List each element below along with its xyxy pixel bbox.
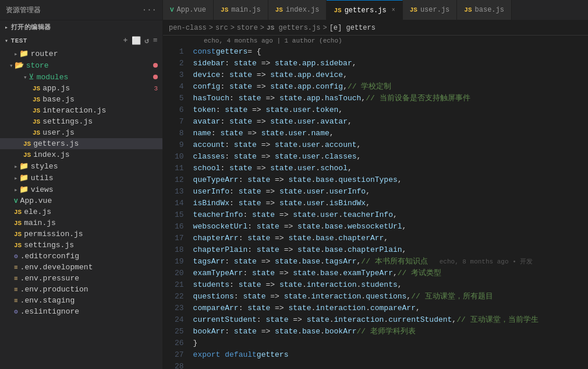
tab-main-js[interactable]: JSmain.js: [214, 0, 268, 20]
tab-label: App.vue: [177, 6, 206, 14]
sidebar-item--env-pressure[interactable]: ≡.env.pressure: [0, 273, 162, 284]
vue-icon: V: [14, 198, 18, 205]
code-line: }: [193, 338, 588, 349]
tab-getters-js[interactable]: JSgetters.js×: [327, 0, 402, 20]
item-label: settings.js: [24, 241, 74, 249]
code-container[interactable]: 1234567891011121314151617181920212223242…: [163, 46, 588, 369]
tab-app-vue[interactable]: VApp.vue: [163, 0, 214, 20]
explorer-actions: ···: [142, 5, 157, 15]
sidebar-item-main-js[interactable]: JSmain.js: [0, 217, 162, 229]
js-icon: JS: [14, 242, 22, 249]
js-icon: JS: [33, 118, 40, 125]
js-icon: JS: [14, 220, 22, 227]
sidebar-item-base-js[interactable]: JSbase.js: [0, 94, 162, 105]
test-section-label: TEST: [11, 37, 27, 44]
chevron-down-icon: ▾: [23, 73, 27, 81]
code-line: websocketUrl: state => state.base.websoc…: [193, 221, 588, 233]
sidebar-item--env-production[interactable]: ≡.env.production: [0, 284, 162, 295]
env-icon: ≡: [14, 286, 18, 293]
sidebar-item-ele-js[interactable]: JSele.js: [0, 206, 162, 217]
line-number: 2: [175, 58, 184, 69]
code-line: account: state => state.user.account,: [193, 139, 588, 151]
code-line: classes: state => state.user.classes,: [193, 151, 588, 163]
sidebar-item-interaction-js[interactable]: JSinteraction.js: [0, 105, 162, 116]
js-icon: JS: [23, 140, 31, 147]
chevron-right-icon: ▸: [14, 50, 18, 58]
item-label: styles: [31, 162, 58, 171]
breadcrumb-part: JS getters.js: [267, 24, 320, 32]
code-line: chapterPlain: state => state.base.chapte…: [193, 244, 588, 256]
sidebar-item-settings-js[interactable]: JSsettings.js: [0, 240, 162, 251]
sidebar-item-permission-js[interactable]: JSpermission.js: [0, 229, 162, 240]
sidebar-header: 资源管理器 ···: [0, 0, 163, 20]
code-line: students: state => state.interaction.stu…: [193, 279, 588, 291]
sidebar-item--env-development[interactable]: ≡.env.development: [0, 262, 162, 273]
sidebar-item-index-js[interactable]: JSindex.js: [0, 149, 162, 160]
folder-icon: 📁: [19, 185, 29, 194]
item-label: base.js: [42, 95, 75, 104]
item-label: index.js: [33, 150, 69, 159]
tab-label: main.js: [231, 6, 260, 14]
top-bar: 资源管理器 ··· VApp.vueJSmain.jsJSindex.jsJSg…: [0, 0, 588, 20]
line-number: 10: [175, 151, 184, 163]
tab-close-icon[interactable]: ×: [392, 7, 395, 13]
tab-base-js[interactable]: JSbase.js: [457, 0, 512, 20]
sidebar-item-settings-js[interactable]: JSsettings.js: [0, 116, 162, 127]
file-tree: ▸📁router▾📂store▾⊻modulesJSapp.js3JSbase.…: [0, 48, 162, 317]
refresh-icon[interactable]: ↺: [144, 36, 149, 45]
line-number: 4: [175, 81, 184, 93]
item-label: .editorconfig: [20, 252, 79, 261]
sidebar-item-user-js[interactable]: JSuser.js: [0, 127, 162, 138]
new-file-icon[interactable]: +: [123, 36, 128, 45]
line-number: 23: [175, 303, 184, 314]
line-number: 13: [175, 186, 184, 198]
code-line: export default getters: [193, 349, 588, 361]
item-label: .env.pressure: [20, 274, 79, 283]
item-label: router: [31, 50, 58, 58]
new-folder-icon[interactable]: ⬜: [132, 36, 141, 45]
js-icon: JS: [275, 6, 283, 13]
tab-label: user.js: [420, 6, 449, 14]
open-editors-section[interactable]: ▸ 打开的编辑器: [0, 20, 162, 34]
line-number: 1: [175, 46, 184, 58]
code-line: compareArr: state => state.interaction.c…: [193, 303, 588, 314]
sidebar-item-views[interactable]: ▸📁views: [0, 184, 162, 195]
sidebar-item-modules[interactable]: ▾⊻modules: [0, 71, 162, 83]
sidebar-item-getters-js[interactable]: JSgetters.js: [0, 138, 162, 149]
sidebar-item--env-staging[interactable]: ≡.env.staging: [0, 295, 162, 306]
js-icon: JS: [464, 6, 472, 13]
code-line: token: state => state.user.token,: [193, 104, 588, 116]
sidebar-item-store[interactable]: ▾📂store: [0, 59, 162, 71]
tab-index-js[interactable]: JSindex.js: [268, 0, 327, 20]
js-icon: JS: [33, 96, 40, 103]
chevron-right-icon: ▸: [14, 174, 18, 182]
sidebar-item-utils[interactable]: ▸📁utils: [0, 172, 162, 184]
sidebar-item-styles[interactable]: ▸📁styles: [0, 160, 162, 172]
chevron-right-icon: ▸: [14, 163, 18, 170]
sidebar-item-App-vue[interactable]: VApp.vue: [0, 195, 162, 206]
line-number: 8: [175, 128, 184, 139]
breadcrumb: pen-class > src > store > JS getters.js …: [163, 20, 588, 36]
js-icon: JS: [23, 152, 31, 159]
item-label: App.vue: [20, 196, 52, 205]
code-line: const getters = {: [193, 46, 588, 58]
editor-git-meta: echo, 4 months ago | 1 author (echo): [163, 36, 588, 46]
sidebar-item--eslintignore[interactable]: ⚙.eslintignore: [0, 306, 162, 317]
sidebar-item-router[interactable]: ▸📁router: [0, 48, 162, 59]
sidebar-item-app-js[interactable]: JSapp.js3: [0, 83, 162, 94]
modified-badge: [153, 63, 158, 68]
git-inline-hint: echo, 8 months ago • 开发: [440, 256, 533, 268]
test-section-header[interactable]: ▾ TEST + ⬜ ↺ ≡: [0, 34, 162, 48]
line-numbers: 1234567891011121314151617181920212223242…: [163, 46, 191, 369]
item-label: .eslintignore: [20, 307, 79, 316]
new-file-icon[interactable]: ···: [142, 5, 157, 15]
collapse-icon[interactable]: ≡: [153, 36, 158, 45]
chevron-down-icon: ▾: [9, 62, 13, 69]
sidebar-item--editorconfig[interactable]: ⚙.editorconfig: [0, 251, 162, 262]
folder-icon: ⊻: [29, 72, 34, 82]
tab-user-js[interactable]: JSuser.js: [403, 0, 458, 20]
code-line: hasTouch: state => state.app.hasTouch, /…: [193, 93, 588, 104]
code-line: device: state => state.app.device,: [193, 69, 588, 81]
code-line: tagsArr: state => state.base.tagsArr, //…: [193, 256, 588, 268]
line-number: 6: [175, 104, 184, 116]
